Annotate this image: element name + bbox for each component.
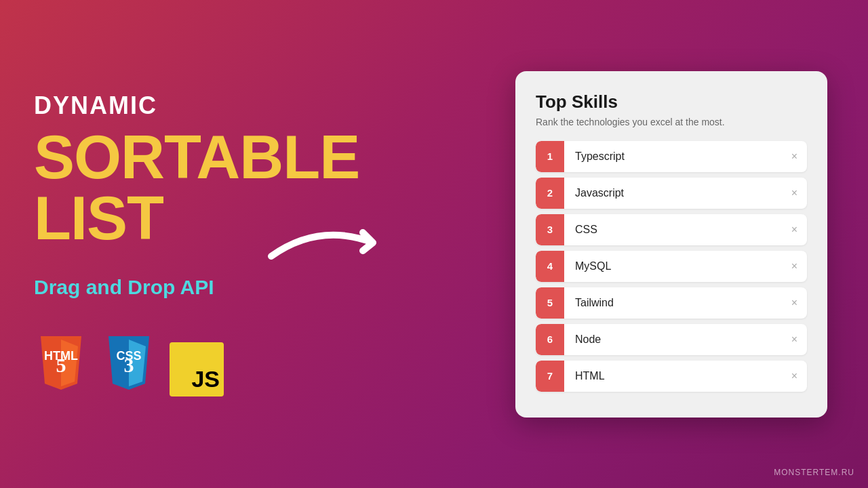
skill-number: 7 [536,361,564,392]
skill-name: CSS [564,224,782,236]
skill-name: Javascript [564,187,782,199]
left-section: DYNAMIC SORTABLE LIST Drag and Drop API … [0,51,515,437]
skill-number: 5 [536,287,564,319]
skill-number: 2 [536,178,564,209]
list-item[interactable]: 7 HTML × [536,361,807,392]
skill-name: MySQL [564,260,782,272]
css3-icon: 3 CSS [102,333,156,396]
close-icon[interactable]: × [782,333,807,346]
skill-number: 4 [536,251,564,282]
arrow-icon [264,216,400,270]
skill-number: 6 [536,324,564,355]
list-item[interactable]: 2 Javascript × [536,178,807,209]
sortable-title: SORTABLE [34,127,481,188]
close-icon[interactable]: × [782,260,807,272]
tech-icons: 5 HTML 3 CSS JS [34,333,481,396]
dragdrop-label: Drag and Drop API [34,276,481,299]
list-item[interactable]: 1 Typescript × [536,141,807,172]
skill-number: 3 [536,214,564,245]
panel-subtitle: Rank the technologies you excel at the m… [536,117,807,127]
skill-number: 1 [536,141,564,172]
skill-name: Typescript [564,150,782,163]
watermark: MONSTERTEM.RU [774,468,854,477]
html5-icon: 5 HTML [34,333,88,396]
close-icon[interactable]: × [782,187,807,199]
skills-list: 1 Typescript × 2 Javascript × 3 CSS × 4 … [536,141,807,392]
skill-name: HTML [564,370,782,382]
skill-name: Tailwind [564,297,782,309]
svg-text:CSS: CSS [116,349,141,363]
skills-panel: Top Skills Rank the technologies you exc… [515,71,827,418]
js-label: JS [191,366,220,392]
list-item[interactable]: 5 Tailwind × [536,287,807,319]
list-item[interactable]: 6 Node × [536,324,807,355]
list-item[interactable]: 3 CSS × [536,214,807,245]
panel-title: Top Skills [536,92,807,113]
js-icon: JS [170,342,224,396]
close-icon[interactable]: × [782,224,807,236]
arrow-container [264,216,400,272]
skill-name: Node [564,333,782,346]
dynamic-title: DYNAMIC [34,92,481,120]
close-icon[interactable]: × [782,370,807,382]
svg-text:HTML: HTML [44,349,78,363]
list-item[interactable]: 4 MySQL × [536,251,807,282]
close-icon[interactable]: × [782,150,807,163]
list-title: LIST [34,188,481,249]
close-icon[interactable]: × [782,297,807,309]
